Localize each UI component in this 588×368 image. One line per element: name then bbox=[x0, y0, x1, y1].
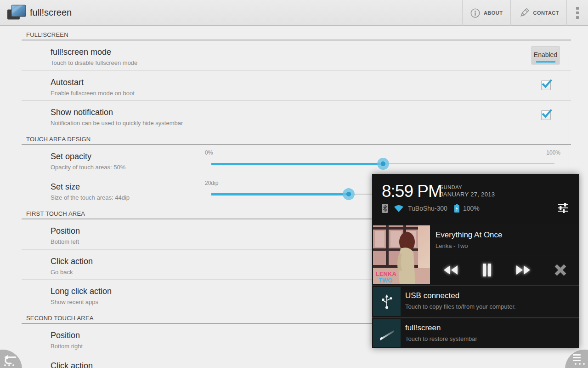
page-title: full!screen bbox=[30, 7, 72, 18]
opacity-slider[interactable]: 0% 100% bbox=[205, 145, 560, 175]
slider-min-label: 0% bbox=[205, 150, 213, 156]
wifi-icon bbox=[394, 205, 404, 213]
autostart-checkbox[interactable] bbox=[541, 80, 551, 90]
track-title: Everything At Once bbox=[435, 230, 503, 240]
album-text-artist: LENKA bbox=[376, 270, 396, 277]
battery-percent-label: 100% bbox=[463, 205, 480, 212]
usb-notification[interactable]: USB connected Touch to copy files to/fro… bbox=[372, 286, 579, 317]
track-artist: Lenka - Two bbox=[435, 242, 468, 249]
status-row: TuBoShu-300 100% bbox=[382, 203, 480, 214]
panel-header: 8:59 PM SUNDAY JANUARY 27, 2013 TuBoShu-… bbox=[372, 174, 579, 224]
slider-thumb[interactable] bbox=[343, 188, 355, 200]
day-label: SUNDAY bbox=[440, 184, 495, 190]
contact-button[interactable]: CONTACT bbox=[511, 0, 566, 26]
action-bar: full!screen ABOUT CONTACT bbox=[0, 0, 588, 26]
contact-label: CONTACT bbox=[533, 10, 559, 16]
sliders-icon[interactable] bbox=[557, 201, 570, 214]
section-header-touch-area-design: TOUCH AREA DESIGN bbox=[22, 130, 571, 145]
pause-button[interactable] bbox=[478, 262, 496, 278]
menu-lines-icon[interactable] bbox=[573, 354, 581, 361]
usb-icon bbox=[373, 287, 401, 316]
slider-track[interactable] bbox=[211, 158, 554, 170]
show-notification-checkbox[interactable] bbox=[541, 110, 551, 120]
rewind-button[interactable] bbox=[441, 262, 459, 278]
setting-subtitle: Touch to disable fullscreen mode bbox=[51, 59, 571, 66]
wifi-network-label: TuBoShu-300 bbox=[408, 205, 447, 212]
touch-area-dots bbox=[575, 363, 585, 365]
setting-row-fullscreen-mode[interactable]: full!screen mode Touch to disable fullsc… bbox=[22, 40, 571, 70]
notification-text: Touch to copy files to/from your compute… bbox=[405, 303, 516, 310]
fullscreen-notification[interactable]: full!screen Touch to restore systembar bbox=[372, 318, 579, 348]
slider-min-label: 20dip bbox=[205, 180, 218, 186]
info-circle-icon bbox=[470, 8, 481, 18]
clock: 8:59 PM bbox=[382, 182, 442, 201]
setting-title: Show notification bbox=[51, 108, 571, 117]
about-label: ABOUT bbox=[484, 10, 503, 16]
setting-row-click-action-2[interactable]: Click action bbox=[22, 354, 571, 368]
touch-area-dots bbox=[4, 364, 14, 366]
music-notification[interactable]: LENKA TWO Everything At Once Lenka - Two bbox=[372, 224, 579, 285]
setting-title: full!screen mode bbox=[51, 47, 571, 57]
slider-max-label: 100% bbox=[546, 150, 560, 156]
check-icon bbox=[541, 109, 553, 119]
setting-subtitle: Enable fullscreen mode on boot bbox=[51, 90, 571, 97]
album-art: LENKA TWO bbox=[373, 225, 430, 284]
fast-forward-button[interactable] bbox=[514, 262, 533, 278]
enabled-button[interactable]: Enabled bbox=[531, 46, 560, 64]
setting-row-show-notification[interactable]: Show notification Notification can be us… bbox=[22, 100, 571, 130]
notification-text: Touch to restore systembar bbox=[405, 335, 477, 342]
setting-subtitle: Notification can be used to quickly hide… bbox=[51, 120, 571, 126]
app-icon bbox=[6, 4, 27, 22]
battery-charging-icon bbox=[454, 204, 460, 213]
overflow-menu-icon[interactable] bbox=[567, 0, 588, 26]
slider-thumb[interactable] bbox=[377, 158, 389, 170]
back-arrow-icon[interactable] bbox=[2, 355, 17, 365]
notification-title: full!screen bbox=[405, 323, 441, 333]
setting-title: Click action bbox=[51, 361, 571, 368]
section-header-fullscreen: FULL!SCREEN bbox=[22, 26, 571, 40]
close-icon[interactable] bbox=[551, 262, 570, 278]
setting-title: Autostart bbox=[51, 78, 571, 87]
date-label: JANUARY 27, 2013 bbox=[440, 191, 495, 198]
bluetooth-icon bbox=[382, 204, 388, 213]
setting-row-set-opacity[interactable]: Set opacity Opacity of touch areas: 50% … bbox=[22, 145, 571, 175]
pencil-icon bbox=[518, 7, 530, 19]
notification-panel: 8:59 PM SUNDAY JANUARY 27, 2013 TuBoShu-… bbox=[372, 174, 579, 348]
check-icon bbox=[541, 79, 553, 89]
notification-title: USB connected bbox=[405, 291, 459, 300]
about-button[interactable]: ABOUT bbox=[463, 0, 510, 26]
setting-row-autostart[interactable]: Autostart Enable fullscreen mode on boot bbox=[22, 70, 571, 100]
album-text-title: TWO bbox=[379, 277, 392, 284]
shooting-star-icon bbox=[373, 319, 401, 347]
